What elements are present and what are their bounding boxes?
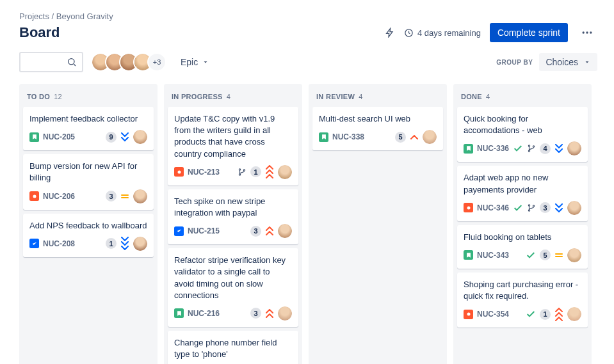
issue-card[interactable]: Refactor stripe verification key validat… — [168, 248, 298, 327]
issue-type-icon — [464, 250, 473, 260]
check-icon — [513, 143, 523, 154]
estimate-badge: 3 — [250, 226, 261, 237]
issue-type-icon — [174, 308, 184, 318]
svg-point-1 — [583, 31, 585, 33]
search-box[interactable] — [19, 52, 83, 72]
card-title: Tech spike on new stripe integration wit… — [174, 196, 292, 219]
issue-key: NUC-205 — [43, 132, 75, 141]
priority-icon — [265, 165, 274, 178]
card-title: Adapt web app no new payements provider — [464, 172, 581, 195]
svg-point-21 — [533, 205, 534, 207]
svg-point-10 — [239, 174, 240, 175]
assignee-avatar[interactable] — [567, 201, 581, 215]
card-title: Bump version for new API for billing — [29, 161, 147, 184]
column-header: TO DO12 — [23, 90, 154, 107]
priority-icon — [120, 193, 129, 200]
check-icon — [526, 250, 536, 260]
estimate-badge: 3 — [250, 308, 261, 319]
column-title: TO DO — [27, 93, 50, 100]
issue-key: NUC-208 — [43, 239, 75, 248]
priority-icon — [265, 226, 274, 235]
issue-card[interactable]: Shoping cart purchasing error - quick fi… — [457, 273, 588, 328]
breadcrumb-parent[interactable]: Projects — [19, 12, 49, 21]
assignee-avatar[interactable] — [567, 141, 581, 155]
svg-point-9 — [239, 169, 240, 170]
breadcrumb: Projects / Beyond Gravity — [19, 12, 597, 21]
svg-point-3 — [590, 31, 592, 33]
page-title: Board — [19, 24, 60, 41]
svg-point-24 — [467, 313, 470, 316]
issue-card[interactable]: Update T&C copy with v1.9 from the write… — [168, 107, 298, 186]
issue-type-icon — [29, 239, 39, 248]
automation-icon[interactable] — [385, 28, 395, 38]
svg-point-5 — [33, 194, 36, 198]
svg-point-15 — [528, 145, 529, 146]
card-title: Update T&C copy with v1.9 from the write… — [174, 113, 292, 160]
estimate-badge: 1 — [250, 166, 261, 177]
toolbar: +3 Epic GROUP BY Choices — [19, 52, 597, 72]
assignee-avatar[interactable] — [133, 237, 147, 251]
issue-card[interactable]: Add NPS feedback to wallboardNUC-2081 — [23, 214, 154, 257]
issue-type-icon — [29, 191, 39, 201]
complete-sprint-button[interactable]: Complete sprint — [490, 23, 568, 42]
epic-filter-button[interactable]: Epic — [174, 53, 216, 71]
svg-point-2 — [586, 31, 588, 33]
assignee-avatar[interactable] — [423, 130, 437, 144]
column-count: 4 — [359, 93, 362, 100]
priority-icon — [120, 132, 129, 141]
priority-icon — [120, 237, 129, 250]
issue-key: NUC-346 — [477, 203, 509, 212]
issue-key: NUC-206 — [43, 192, 75, 201]
svg-point-11 — [243, 170, 245, 171]
priority-icon — [554, 144, 563, 153]
check-icon — [526, 309, 536, 319]
issue-type-icon — [464, 203, 473, 212]
card-title: Shoping cart purchasing error - quick fi… — [464, 279, 581, 302]
assignee-avatar[interactable] — [133, 189, 147, 203]
issue-key: NUC-343 — [477, 251, 509, 260]
assignee-avatar[interactable] — [133, 130, 147, 144]
issue-type-icon — [29, 132, 39, 142]
column-header: DONE4 — [457, 90, 588, 107]
svg-point-16 — [528, 150, 529, 152]
clock-icon — [404, 28, 414, 38]
estimate-badge: 1 — [540, 309, 551, 320]
column: IN REVIEW4Multi-dest search UI webNUC-33… — [309, 84, 447, 364]
branch-icon — [527, 203, 536, 212]
column-header: IN PROGRESS4 — [168, 90, 298, 107]
issue-card[interactable]: Quick booking for accomodations - webNUC… — [457, 107, 588, 162]
group-by-button[interactable]: Choices — [539, 53, 597, 71]
issue-card[interactable]: Multi-dest search UI webNUC-3385 — [312, 107, 443, 150]
assignee-avatar[interactable] — [567, 248, 581, 262]
more-actions-button[interactable] — [577, 22, 597, 43]
card-title: Fluid booking on tablets — [464, 232, 581, 243]
issue-type-icon — [464, 144, 473, 154]
avatar-overflow[interactable]: +3 — [147, 52, 166, 72]
column-count: 12 — [54, 93, 62, 100]
member-avatars: +3 — [91, 52, 166, 72]
search-input[interactable] — [26, 57, 67, 67]
breadcrumb-current[interactable]: Beyond Gravity — [56, 12, 113, 21]
issue-type-icon — [464, 310, 473, 319]
svg-point-18 — [467, 206, 470, 209]
chevron-down-icon — [583, 58, 591, 66]
assignee-avatar[interactable] — [278, 306, 292, 320]
estimate-badge: 3 — [540, 202, 551, 213]
svg-point-17 — [533, 146, 534, 147]
group-by-label: GROUP BY — [496, 59, 533, 66]
branch-icon — [238, 168, 246, 177]
assignee-avatar[interactable] — [278, 165, 292, 179]
assignee-avatar[interactable] — [278, 224, 292, 238]
issue-card[interactable]: Fluid booking on tabletsNUC-3435 — [457, 225, 588, 269]
card-title: Implement feedback collector — [29, 113, 147, 125]
issue-card[interactable]: Adapt web app no new payements providerN… — [457, 166, 588, 221]
issue-card[interactable]: Change phone number field type to 'phone… — [168, 331, 298, 364]
priority-icon — [554, 252, 563, 258]
issue-card[interactable]: Bump version for new API for billingNUC-… — [23, 154, 154, 209]
board: TO DO12Implement feedback collectorNUC-2… — [19, 84, 597, 364]
estimate-badge: 1 — [106, 238, 117, 249]
priority-icon — [265, 309, 274, 318]
issue-card[interactable]: Implement feedback collectorNUC-2059 — [23, 107, 154, 150]
assignee-avatar[interactable] — [567, 307, 581, 321]
issue-card[interactable]: Tech spike on new stripe integration wit… — [168, 189, 298, 244]
